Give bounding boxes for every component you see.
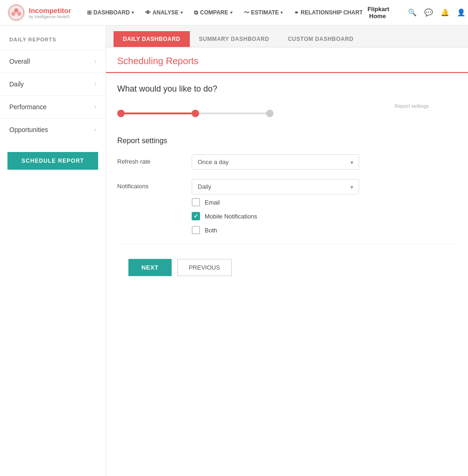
sidebar: DAILY REPORTS Overall › Daily › Performa…: [0, 26, 106, 476]
grid-icon: ⊞: [87, 9, 92, 16]
notifications-label: Notificaions: [117, 179, 192, 190]
sidebar-item-opportunities-label: Opportunities: [9, 126, 48, 133]
nav-dashboard-label: DASHBOARD: [94, 9, 130, 16]
refresh-rate-row: Refresh rate Once a day Twice a day Week…: [117, 154, 457, 170]
refresh-rate-select[interactable]: Once a day Twice a day Weekly: [192, 154, 359, 170]
logo-area[interactable]: Incompetitor by Intelligence Node®: [7, 4, 71, 21]
sidebar-item-daily[interactable]: Daily ›: [0, 73, 106, 95]
navbar: Incompetitor by Intelligence Node® ⊞ DAS…: [0, 0, 468, 26]
chevron-down-icon: ▾: [281, 10, 283, 15]
nav-relationship-label: RELATIONSHIP CHART: [301, 9, 363, 16]
tab-daily-dashboard[interactable]: DAILY DASHBOARD: [114, 31, 190, 47]
page-content: Scheduling Reports What would you like t…: [106, 47, 468, 295]
content-area: DAILY DASHBOARD SUMMARY DASHBOARD CUSTOM…: [106, 26, 468, 476]
email-checkbox-row: Email: [192, 198, 457, 206]
compare-icon: ⧉: [194, 9, 198, 16]
chat-button[interactable]: 💬: [423, 6, 434, 19]
notifications-control: Daily Weekly Monthly Email: [192, 179, 457, 234]
mobile-label: Mobile Notifications: [205, 213, 257, 220]
logo-icon: [7, 4, 25, 21]
section-divider: [117, 244, 457, 244]
estimate-icon: 〜: [244, 9, 249, 17]
logo-name: Incompetitor: [29, 7, 71, 14]
chevron-right-icon: ›: [94, 104, 96, 110]
nav-right: Flipkart Home 🔍 💬 🔔 👤 P: [368, 6, 468, 20]
nav-analyse[interactable]: 👁 ANALYSE ▾: [140, 7, 187, 19]
refresh-rate-wrapper[interactable]: Once a day Twice a day Weekly: [192, 154, 359, 170]
settings-title: Report settings: [117, 137, 457, 145]
svg-point-1: [14, 8, 19, 13]
sidebar-item-daily-label: Daily: [9, 80, 24, 88]
svg-point-2: [11, 12, 15, 16]
progress-fill: [121, 112, 195, 114]
wizard-question: What would you like to do?: [117, 84, 457, 94]
both-checkbox-row: Both: [192, 226, 457, 234]
sidebar-title: DAILY REPORTS: [0, 37, 106, 50]
settings-section: Report settings Refresh rate Once a day …: [106, 133, 468, 295]
email-label: Email: [205, 199, 220, 206]
user-button[interactable]: 👤: [456, 6, 467, 19]
svg-point-3: [17, 12, 21, 16]
progress-track: [121, 112, 270, 114]
next-button[interactable]: NEXT: [128, 259, 172, 276]
chevron-down-icon: ▾: [132, 10, 134, 15]
sidebar-item-opportunities[interactable]: Opportunities ›: [0, 118, 106, 141]
action-buttons: NEXT PREVIOUS: [117, 251, 457, 284]
sidebar-item-performance-label: Performance: [9, 103, 47, 111]
tabs-bar: DAILY DASHBOARD SUMMARY DASHBOARD CUSTOM…: [106, 26, 468, 47]
sidebar-item-performance[interactable]: Performance ›: [0, 95, 106, 118]
nav-compare-label: COMPARE: [200, 9, 228, 16]
eye-icon: 👁: [145, 9, 151, 16]
refresh-rate-label: Refresh rate: [117, 154, 192, 165]
schedule-report-button[interactable]: SCHEDULE REPORT: [7, 152, 98, 170]
refresh-rate-control: Once a day Twice a day Weekly: [192, 154, 457, 170]
chevron-right-icon: ›: [94, 126, 96, 133]
chevron-right-icon: ›: [94, 81, 96, 87]
chevron-right-icon: ›: [94, 58, 96, 65]
step-dot-end: [266, 110, 274, 117]
chevron-down-icon: ▾: [181, 10, 183, 15]
step-dot-start: [117, 110, 125, 117]
search-button[interactable]: 🔍: [407, 6, 418, 19]
page-title: Scheduling Reports: [117, 56, 457, 66]
nav-compare[interactable]: ⧉ COMPARE ▾: [189, 7, 237, 19]
tab-summary-dashboard[interactable]: SUMMARY DASHBOARD: [190, 31, 279, 47]
logo-subtitle: by Intelligence Node®: [29, 14, 71, 19]
nav-estimate-label: ESTIMATE: [251, 9, 279, 16]
tab-custom-dashboard[interactable]: CUSTOM DASHBOARD: [279, 31, 363, 47]
nav-analyse-label: ANALYSE: [153, 9, 179, 16]
checkbox-group: Email Mobile Notifications Both: [192, 198, 457, 234]
notifications-select[interactable]: Daily Weekly Monthly: [192, 179, 359, 194]
progress-bar: [117, 112, 457, 114]
mobile-checkbox[interactable]: [192, 212, 200, 220]
nav-dashboard[interactable]: ⊞ DASHBOARD ▾: [82, 7, 139, 19]
user-label: Flipkart Home: [368, 6, 401, 20]
step-label: Report settings: [117, 103, 429, 109]
notifications-wrapper[interactable]: Daily Weekly Monthly: [192, 179, 359, 194]
users-icon: ⚭: [294, 9, 299, 16]
both-checkbox[interactable]: [192, 226, 200, 234]
nav-relationship[interactable]: ⚭ RELATIONSHIP CHART: [289, 7, 368, 19]
nav-items: ⊞ DASHBOARD ▾ 👁 ANALYSE ▾ ⧉ COMPARE ▾ 〜 …: [82, 6, 368, 20]
previous-button[interactable]: PREVIOUS: [177, 259, 232, 276]
main-layout: DAILY REPORTS Overall › Daily › Performa…: [0, 26, 468, 476]
notification-button[interactable]: 🔔: [440, 6, 450, 19]
chevron-down-icon: ▾: [230, 10, 233, 15]
email-checkbox[interactable]: [192, 198, 200, 206]
sidebar-item-overall-label: Overall: [9, 58, 30, 65]
page-header: Scheduling Reports: [106, 47, 468, 73]
wizard-section: What would you like to do? Report settin…: [106, 73, 468, 133]
notifications-row: Notificaions Daily Weekly Monthly: [117, 179, 457, 234]
sidebar-item-overall[interactable]: Overall ›: [0, 50, 106, 73]
both-label: Both: [205, 227, 217, 234]
nav-estimate[interactable]: 〜 ESTIMATE ▾: [239, 6, 288, 20]
logo-text: Incompetitor by Intelligence Node®: [29, 7, 71, 19]
step-dot-mid: [192, 110, 199, 117]
mobile-checkbox-row: Mobile Notifications: [192, 212, 457, 220]
